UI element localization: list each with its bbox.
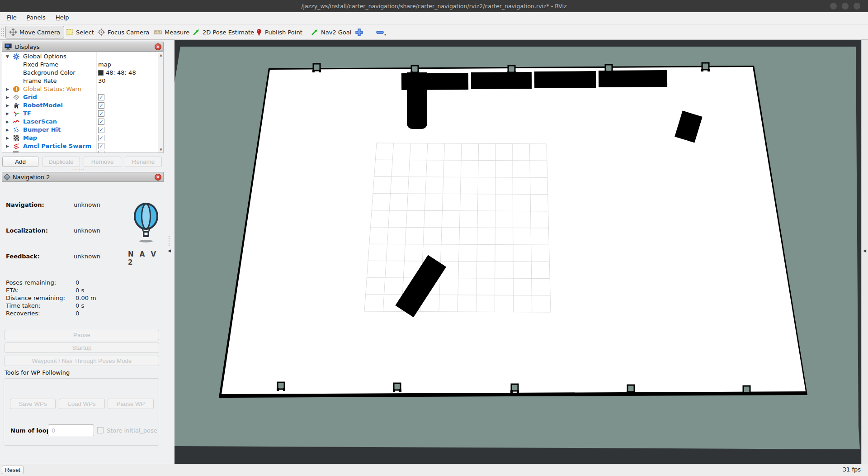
recoveries-label: Recoveries: (6, 310, 40, 317)
navigation-label: Navigation: (6, 201, 44, 208)
row-checkbox[interactable]: ✓ (98, 135, 104, 141)
row-label: Global Options (23, 52, 66, 61)
pose-estimate-button[interactable]: 2D Pose Estimate (189, 26, 258, 38)
move-camera-button[interactable]: Move Camera (5, 26, 64, 38)
remove-display-button[interactable]: Remove (84, 157, 121, 167)
tree-row-amcl-particle-swarm[interactable]: ▶ Amcl Particle Swarm ✓ (2, 142, 163, 150)
title-bar: /jazzy_ws/install/carter_navigation/shar… (0, 0, 868, 12)
3d-viewport[interactable] (175, 40, 861, 464)
pose-estimate-label: 2D Pose Estimate (203, 29, 254, 36)
row-checkbox[interactable]: ✓ (98, 143, 104, 149)
panel-splitter-handle[interactable]: ······ (72, 168, 85, 172)
row-label: Fixed Frame (23, 61, 58, 69)
nav2-panel-header[interactable]: Navigation 2 ✕ (2, 172, 164, 182)
displays-panel-header[interactable]: Displays ✕ (2, 42, 164, 52)
remove-tool-button[interactable] (373, 26, 389, 38)
tree-row-fixed-frame[interactable]: Fixed Frame map (2, 61, 163, 69)
toolbar-drag-handle[interactable] (1, 27, 4, 37)
waypoint-mode-button[interactable]: Waypoint / Nav Through Poses Mode (5, 356, 159, 366)
right-collapse-icon[interactable]: ◀ (863, 248, 868, 253)
grid-icon (13, 94, 19, 100)
tree-row-grid[interactable]: ▶ Grid ✓ (2, 93, 163, 101)
measure-label: Measure (165, 29, 189, 36)
row-checkbox[interactable]: ✓ (98, 102, 104, 109)
left-splitter-collapse-icon[interactable]: ◀ (168, 248, 171, 253)
tree-row-bumper-hit[interactable]: ▶ Bumper Hit ✓ (2, 126, 163, 134)
expander-icon[interactable]: ▶ (6, 126, 9, 134)
window-button-minimize[interactable] (830, 3, 837, 10)
expander-icon[interactable]: ▶ (6, 134, 9, 142)
duplicate-display-button[interactable]: Duplicate (42, 157, 80, 167)
focus-camera-button[interactable]: Focus Camera (94, 26, 153, 38)
load-wps-button[interactable]: Load WPs (59, 399, 105, 409)
store-initial-pose-checkbox[interactable] (97, 427, 104, 433)
tool-dropdown-caret[interactable]: ▾ (384, 33, 386, 37)
pause-button[interactable]: Pause (5, 330, 159, 340)
poses-remaining-label: Poses remaining: (6, 279, 56, 286)
row-value[interactable]: 48; 48; 48 (98, 69, 136, 77)
tree-row-map[interactable]: ▶ Map ✓ (2, 134, 163, 142)
measure-button[interactable]: Measure (150, 26, 193, 38)
row-checkbox[interactable]: ✓ (98, 119, 104, 125)
window-button-maximize[interactable] (842, 3, 849, 10)
eta-value: 0 s (75, 287, 84, 294)
tree-row-global-options[interactable]: ▼ Global Options (2, 52, 163, 61)
add-display-button[interactable]: Add (2, 157, 38, 167)
row-checkbox[interactable]: ✓ (98, 110, 104, 117)
menu-help[interactable]: Help (52, 12, 73, 23)
minus-icon (376, 29, 385, 36)
clipped-icon (13, 151, 19, 153)
navigation-value: unknown (74, 201, 100, 208)
expander-icon[interactable]: ▶ (6, 118, 9, 126)
menu-panels[interactable]: Panels (23, 12, 50, 23)
scroll-down-icon[interactable]: ▼ (158, 148, 164, 152)
row-checkbox[interactable]: ✓ (98, 94, 104, 100)
displays-tree: ▼ Global Options Fixed Frame map Backgro… (2, 52, 164, 153)
tree-row-background-color[interactable]: Background Color 48; 48; 48 (2, 69, 163, 77)
row-checkbox[interactable]: ✓ (98, 127, 104, 133)
num-of-loops-input[interactable] (48, 424, 94, 436)
tree-row-frame-rate[interactable]: Frame Rate 30 (2, 77, 163, 85)
menu-file[interactable]: File (3, 12, 21, 23)
expander-icon[interactable]: ▶ (6, 142, 9, 150)
nav2-goal-button[interactable]: Nav2 Goal (307, 26, 355, 38)
expander-icon[interactable]: ▶ (6, 109, 9, 118)
pose-estimate-icon (193, 29, 200, 36)
expander-icon[interactable]: ▶ (6, 85, 9, 93)
displays-close-button[interactable]: ✕ (155, 43, 161, 50)
nav2-close-button[interactable]: ✕ (155, 174, 161, 181)
scroll-up-icon[interactable]: ▲ (158, 53, 164, 57)
left-splitter-handle[interactable] (168, 235, 170, 247)
window-button-close[interactable] (854, 3, 860, 10)
focus-camera-icon (98, 29, 105, 36)
localization-label: Localization: (6, 227, 48, 234)
tree-row-tf[interactable]: ▶ TF ✓ (2, 109, 163, 118)
expander-icon[interactable]: ▼ (6, 52, 9, 61)
startup-button[interactable]: Startup (5, 343, 159, 353)
store-initial-pose-label: Store initial_pose (107, 427, 157, 434)
window-title: /jazzy_ws/install/carter_navigation/shar… (0, 0, 868, 12)
eta-label: ETA: (6, 287, 19, 294)
displays-scrollbar[interactable]: ▲ ▼ (158, 52, 163, 152)
bumper-hit-icon (13, 127, 19, 133)
expander-icon[interactable]: ▶ (6, 93, 9, 101)
rename-display-button[interactable]: Rename (125, 157, 162, 167)
row-value[interactable]: map (98, 61, 111, 69)
pause-wp-button[interactable]: Pause WP (108, 399, 154, 409)
reset-button[interactable]: Reset (2, 466, 24, 474)
select-button[interactable]: Select (62, 26, 98, 38)
row-value[interactable]: 30 (98, 77, 106, 85)
add-tool-button[interactable] (352, 26, 367, 38)
tree-row-global-status[interactable]: ▶ Global Status: Warn (2, 85, 163, 93)
laserscan-icon (13, 119, 19, 125)
tree-row-laserscan[interactable]: ▶ LaserScan ✓ (2, 118, 163, 126)
publish-point-button[interactable]: Publish Point (252, 26, 306, 38)
save-wps-button[interactable]: Save WPs (10, 399, 56, 409)
distance-remaining-value: 0.00 m (75, 295, 96, 301)
feedback-value: unknown (74, 253, 100, 260)
select-icon (66, 29, 73, 36)
tree-row-robotmodel[interactable]: ▶ RobotModel ✓ (2, 101, 163, 109)
expander-icon[interactable]: ▶ (6, 101, 9, 109)
right-dock-strip[interactable]: ◀ (861, 40, 868, 464)
localization-value: unknown (74, 227, 100, 234)
